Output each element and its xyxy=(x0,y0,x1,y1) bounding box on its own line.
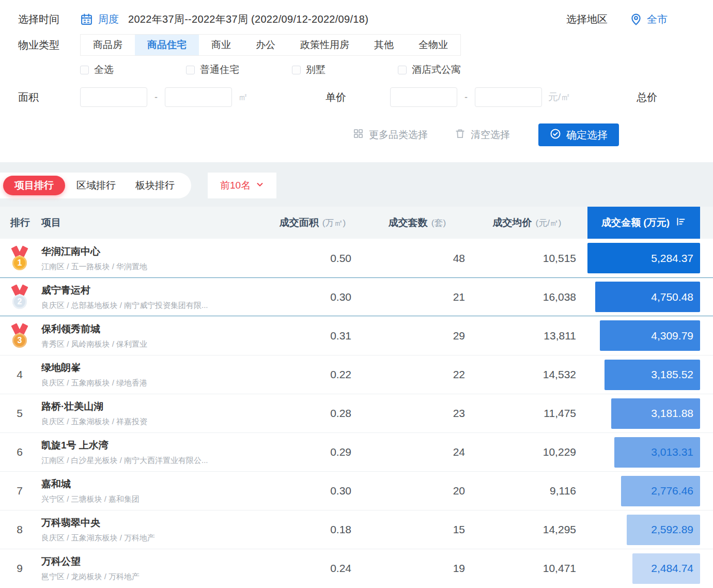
price-min-input[interactable] xyxy=(390,87,457,107)
price-value: 10,229 xyxy=(473,446,581,458)
header-amount-sort[interactable]: 成交金额 (万元) xyxy=(587,207,700,239)
more-categories-button[interactable]: 更多品类选择 xyxy=(353,128,428,142)
table-row[interactable]: 5路桥·壮美山湖良庆区 / 五象湖板块 / 祥嘉投资0.282311,4753,… xyxy=(0,394,713,432)
property-type-tab[interactable]: 其他 xyxy=(362,35,406,55)
amount-bar: 2,776.46 xyxy=(621,476,700,506)
units-value: 21 xyxy=(362,291,473,303)
property-type-tab[interactable]: 商品房 xyxy=(81,35,135,55)
area-value: 0.22 xyxy=(264,368,362,381)
region-filter: 选择地区 全市 xyxy=(566,12,668,26)
area-value: 0.28 xyxy=(264,407,362,420)
medal-bronze-icon: 3 xyxy=(10,323,29,348)
medal-silver-icon: 2 xyxy=(10,285,29,309)
project-name[interactable]: 绿地朗峯 xyxy=(41,361,264,375)
property-type-tab[interactable]: 政策性用房 xyxy=(288,35,362,55)
filter-actions-row: 更多品类选择 清空选择 确定选择 xyxy=(0,123,713,147)
area-label: 面积 xyxy=(18,90,80,104)
project-location: 江南区 / 五一路板块 / 华润置地 xyxy=(41,262,264,272)
project-location: 邕宁区 / 龙岗板块 / 万科地产 xyxy=(41,572,264,582)
table-body: 1华润江南中心江南区 / 五一路板块 / 华润置地0.504810,5155,2… xyxy=(0,239,713,587)
amount-bar: 4,309.79 xyxy=(600,320,700,351)
table-row[interactable]: 4绿地朗峯良庆区 / 五象南板块 / 绿地香港0.222214,5323,185… xyxy=(0,355,713,394)
unit-price-unit: 元/㎡ xyxy=(548,90,570,104)
time-range-value[interactable]: 2022年37周--2022年37周 (2022/09/12-2022/09/1… xyxy=(128,12,368,26)
project-location: 兴宁区 / 三塘板块 / 嘉和集团 xyxy=(41,494,264,504)
checkbox-box[interactable] xyxy=(398,66,407,74)
project-name[interactable]: 万科翡翠中央 xyxy=(41,516,264,530)
price-value: 14,532 xyxy=(473,368,581,381)
area-min-input[interactable] xyxy=(80,87,147,107)
amount-bar: 4,750.48 xyxy=(595,282,700,312)
property-type-tab[interactable]: 全物业 xyxy=(406,35,460,55)
project-name[interactable]: 嘉和城 xyxy=(41,477,264,491)
rank-number: 6 xyxy=(10,446,29,458)
region-value[interactable]: 全市 xyxy=(647,12,668,26)
ranking-tab[interactable]: 板块排行 xyxy=(127,176,183,195)
rank-number: 3 xyxy=(12,333,27,348)
amount-bar: 5,284.37 xyxy=(587,243,700,273)
project-name[interactable]: 路桥·壮美山湖 xyxy=(41,400,264,413)
ranking-tab[interactable]: 项目排行 xyxy=(3,176,65,195)
table-row[interactable]: 7嘉和城兴宁区 / 三塘板块 / 嘉和集团0.30209,1162,776.46 xyxy=(0,471,713,510)
rank-number: 5 xyxy=(10,407,29,420)
amount-bar: 2,592.89 xyxy=(627,515,700,545)
project-name[interactable]: 凯旋1号 上水湾 xyxy=(41,439,264,452)
checkbox-box[interactable] xyxy=(80,66,89,74)
table-row[interactable]: 1华润江南中心江南区 / 五一路板块 / 华润置地0.504810,5155,2… xyxy=(0,239,713,277)
project-location: 良庆区 / 五象南板块 / 绿地香港 xyxy=(41,378,264,388)
header-rank: 排行 xyxy=(10,207,41,239)
project-cell: 华润江南中心江南区 / 五一路板块 / 华润置地 xyxy=(41,245,264,272)
amount-value: 4,750.48 xyxy=(651,291,693,303)
amount-cell: 2,484.74 xyxy=(587,549,700,587)
subtype-checkbox[interactable]: 别墅 xyxy=(292,63,398,76)
ranking-tabbar: 项目排行区域排行板块排行 前10名 xyxy=(0,173,713,198)
rank-cell: 4 xyxy=(10,368,41,381)
clear-selection-button[interactable]: 清空选择 xyxy=(455,128,510,142)
price-max-input[interactable] xyxy=(475,87,542,107)
rank-cell: 8 xyxy=(10,523,41,536)
table-header: 排行 项目 成交面积 (万㎡) 成交套数 (套) 成交均价 (元/㎡) 成交金额… xyxy=(0,207,713,239)
amount-cell: 4,750.48 xyxy=(587,278,700,316)
amount-cell: 2,592.89 xyxy=(587,510,700,549)
grid-icon xyxy=(353,128,364,142)
rank-number: 2 xyxy=(12,295,27,309)
region-filter-label: 选择地区 xyxy=(566,12,608,26)
price-value: 11,475 xyxy=(473,407,581,420)
calendar-icon[interactable] xyxy=(80,13,93,26)
subtype-checkbox[interactable]: 普通住宅 xyxy=(186,63,292,76)
project-location: 良庆区 / 五象湖板块 / 祥嘉投资 xyxy=(41,417,264,427)
table-row[interactable]: 9万科公望邕宁区 / 龙岗板块 / 万科地产0.241910,4712,484.… xyxy=(0,549,713,587)
subtype-checkbox[interactable]: 酒店式公寓 xyxy=(398,63,504,76)
confirm-selection-button[interactable]: 确定选择 xyxy=(538,123,619,146)
location-pin-icon[interactable] xyxy=(629,12,643,26)
ranking-tab[interactable]: 区域排行 xyxy=(68,176,124,195)
checkbox-box[interactable] xyxy=(186,66,195,74)
area-max-input[interactable] xyxy=(165,87,232,107)
property-type-row: 物业类型 商品房商品住宅商业办公政策性用房其他全物业 xyxy=(0,34,713,56)
table-row[interactable]: 6凯旋1号 上水湾江南区 / 白沙星光板块 / 南宁大西洋置业有限公...0.2… xyxy=(0,432,713,471)
table-row[interactable]: 3保利领秀前城青秀区 / 凤岭南板块 / 保利置业0.312913,8114,3… xyxy=(0,316,713,355)
checkbox-box[interactable] xyxy=(292,66,301,74)
project-name[interactable]: 威宁青运村 xyxy=(41,284,264,297)
time-mode-selector[interactable]: 周度 xyxy=(98,12,119,26)
property-type-tab[interactable]: 商品住宅 xyxy=(135,35,199,55)
property-type-tab[interactable]: 办公 xyxy=(243,35,288,55)
project-name[interactable]: 华润江南中心 xyxy=(41,245,264,258)
property-type-tab[interactable]: 商业 xyxy=(199,35,243,55)
rank-cell: 6 xyxy=(10,446,41,458)
project-name[interactable]: 保利领秀前城 xyxy=(41,322,264,336)
table-row[interactable]: 8万科翡翠中央良庆区 / 五象湖东板块 / 万科地产0.181514,2952,… xyxy=(0,510,713,549)
checkbox-label: 普通住宅 xyxy=(200,63,239,76)
project-cell: 路桥·壮美山湖良庆区 / 五象湖板块 / 祥嘉投资 xyxy=(41,400,264,427)
header-project: 项目 xyxy=(41,207,264,239)
price-value: 10,515 xyxy=(473,252,581,265)
project-name[interactable]: 万科公望 xyxy=(41,555,264,568)
property-type-label: 物业类型 xyxy=(18,38,80,52)
table-row[interactable]: 2威宁青运村良庆区 / 总部基地板块 / 南宁威宁投资集团有限...0.3021… xyxy=(0,277,713,316)
subtype-checkbox[interactable]: 全选 xyxy=(80,63,186,76)
price-value: 13,811 xyxy=(473,330,581,342)
area-value: 0.30 xyxy=(264,291,362,303)
amount-value: 2,592.89 xyxy=(651,523,693,536)
top-n-dropdown[interactable]: 前10名 xyxy=(208,173,276,198)
range-separator: - xyxy=(457,92,475,103)
